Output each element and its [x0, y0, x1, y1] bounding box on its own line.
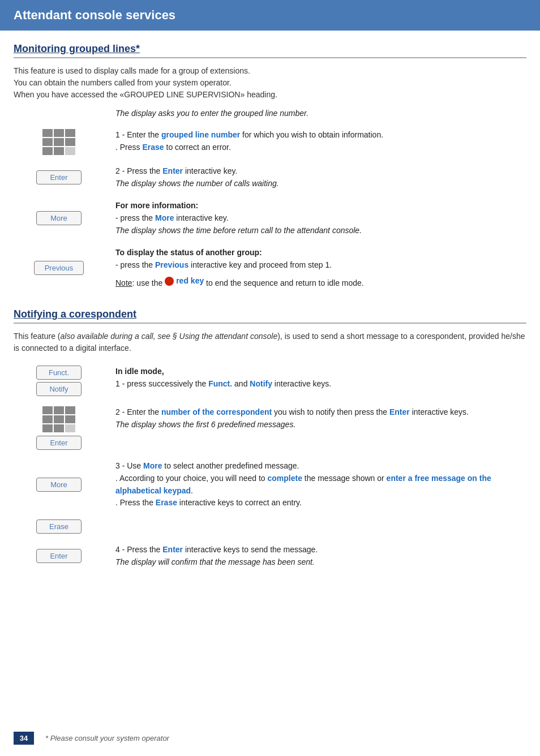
section-monitoring: Monitoring grouped lines* This feature i…: [14, 43, 526, 291]
previous-icon: Previous: [14, 259, 104, 277]
more-button-2[interactable]: More: [36, 478, 82, 492]
enter-button-2[interactable]: Enter: [36, 436, 82, 450]
grid-icon-1: [42, 129, 75, 155]
funct-keyword: Funct.: [208, 379, 232, 388]
more-italic-1: The display shows the time before return…: [115, 226, 362, 235]
section1-intro: This feature is used to display calls ma…: [14, 65, 526, 101]
step1-text: 1 - Enter the grouped line number for wh…: [115, 127, 526, 156]
step1-keyword-grouped: grouped line number: [161, 130, 240, 139]
funct-notify-icon: Funct. Notify: [14, 363, 104, 398]
intro-line-3: When you have accessed the «GROUPED LINE…: [14, 90, 277, 99]
enter-icon-3: Enter: [14, 547, 104, 565]
step-s2-erase-text: [115, 517, 526, 522]
erase-keyword-2: Erase: [156, 498, 177, 507]
note-label: Note: [115, 278, 132, 287]
red-key-text: red key: [176, 275, 204, 287]
step2-text: 2 - Press the Enter interactive key. The…: [115, 163, 526, 192]
page-number: 34: [14, 732, 34, 745]
previous-heading: To display the status of another group:: [115, 248, 262, 257]
complete-keyword: complete: [267, 474, 302, 483]
step-s2-2-icon: Enter: [14, 404, 104, 452]
note-line: Note: use the red key to end the sequenc…: [115, 275, 526, 290]
more-button-1[interactable]: More: [36, 211, 82, 225]
step-s2-4-text: 4 - Press the Enter interactive keys to …: [115, 542, 526, 570]
alphabetical-keyword: enter a free message on the alphabetical…: [115, 474, 491, 495]
enter-keyword-3: Enter: [162, 545, 183, 554]
erase-button[interactable]: Erase: [36, 519, 82, 534]
enter-keyword-2: Enter: [389, 407, 410, 416]
step-s2-1-text: In idle mode, 1 - press successively the…: [115, 363, 526, 392]
intro-line-2: You can obtain the numbers called from y…: [14, 78, 232, 87]
step2-icon: Enter: [14, 168, 104, 187]
more-text-1: For more information: - press the More i…: [115, 197, 526, 239]
red-key-icon: red key: [165, 275, 204, 287]
section-notifying: Notifying a corespondent This feature (a…: [14, 308, 526, 570]
previous-keyword: Previous: [155, 260, 188, 269]
step2-italic: The display shows the number of calls wa…: [115, 179, 279, 188]
notify-keyword: Notify: [250, 379, 272, 388]
section1-steps: The display asks you to enter the groupe…: [14, 109, 526, 291]
step2-keyword-enter: Enter: [162, 166, 183, 175]
step-s2-3-text: 3 - Use More to select another predefine…: [115, 458, 526, 512]
funct-button[interactable]: Funct.: [36, 366, 82, 380]
previous-text: To display the status of another group: …: [115, 244, 526, 291]
enter-button-3[interactable]: Enter: [36, 549, 82, 563]
page-header: Attendant console services: [0, 0, 540, 31]
enter-button-1[interactable]: Enter: [36, 170, 82, 184]
step1-icon: [14, 127, 104, 157]
footer-note: * Please consult your system operator: [45, 734, 169, 742]
more-heading-1: For more information:: [115, 201, 198, 210]
step1-keyword-erase: Erase: [142, 143, 164, 152]
section1-title: Monitoring grouped lines*: [14, 43, 526, 58]
more-icon-2: More: [14, 475, 104, 494]
page-title: Attendant console services: [14, 8, 526, 23]
previous-button[interactable]: Previous: [34, 261, 84, 275]
display-prompt: The display asks you to enter the groupe…: [115, 109, 526, 118]
step-s2-4-italic: The display will confirm that the messag…: [115, 557, 315, 566]
section2-also: also available during a call, see § Usin…: [60, 332, 277, 341]
step-s2-2-text: 2 - Enter the number of the corresponden…: [115, 404, 526, 433]
funct-notify-buttons: Funct. Notify: [36, 366, 82, 396]
idle-mode-heading: In idle mode,: [115, 367, 164, 376]
more-keyword-2: More: [143, 461, 162, 470]
step-s2-2-italic: The display shows the first 6 predefined…: [115, 420, 295, 429]
grid-enter-group: Enter: [36, 406, 82, 450]
section2-intro: This feature (also available during a ca…: [14, 330, 526, 354]
grid-icon-2: [42, 406, 75, 432]
section2-steps: Funct. Notify In idle mode, 1 - press su…: [14, 363, 526, 570]
erase-icon: Erase: [14, 517, 104, 536]
page-footer: 34 * Please consult your system operator: [0, 732, 540, 745]
section2-title: Notifying a corespondent: [14, 308, 526, 324]
more-icon-1: More: [14, 209, 104, 227]
red-circle: [165, 277, 174, 286]
correspondent-keyword: number of the correspondent: [161, 407, 272, 416]
notify-button[interactable]: Notify: [36, 382, 82, 396]
intro-line-1: This feature is used to display calls ma…: [14, 66, 250, 75]
more-keyword-1: More: [155, 213, 174, 222]
